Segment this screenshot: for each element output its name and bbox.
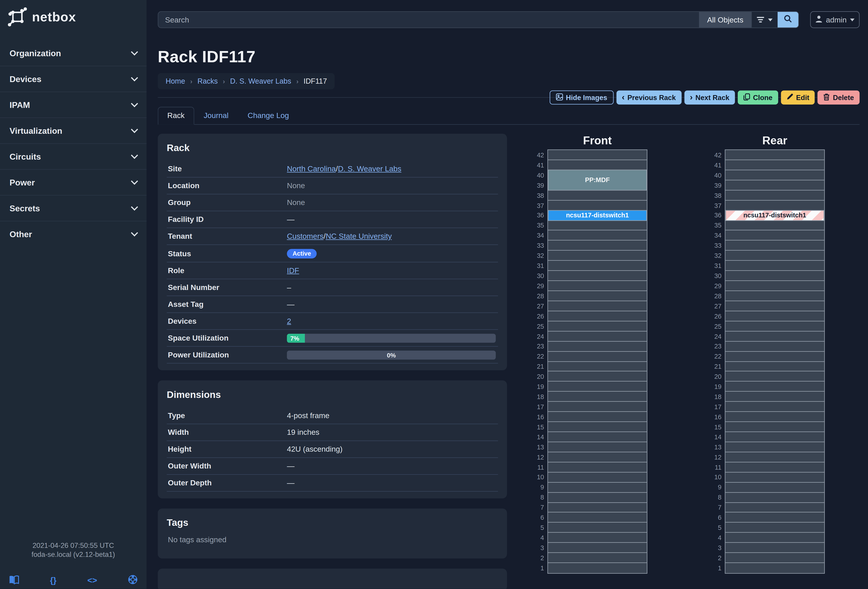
rack-unit-slot[interactable] [548,190,647,201]
rack-unit-slot[interactable] [548,321,647,331]
rack-unit-slot[interactable] [548,331,647,342]
rack-unit-slot[interactable] [548,452,647,462]
rack-device-ncsu117-distswitch1[interactable]: ncsu117-distswitch1 [548,210,647,221]
rack-unit-slot[interactable] [548,231,647,241]
rack-unit-slot[interactable] [725,301,824,311]
rack-unit-slot[interactable] [548,563,647,573]
rack-unit-slot[interactable] [725,462,824,472]
rack-unit-slot[interactable] [548,371,647,382]
rack-unit-slot[interactable] [548,361,647,371]
sidebar-item-power[interactable]: Power [0,169,146,195]
rack-unit-slot[interactable] [725,200,824,210]
rack-unit-slot[interactable] [725,291,824,301]
sidebar-item-other[interactable]: Other [0,221,146,247]
rack-unit-slot[interactable] [548,221,647,231]
rack-unit-slot[interactable] [548,412,647,422]
rack-unit-slot[interactable] [725,231,824,241]
rack-unit-slot[interactable] [725,190,824,201]
rack-unit-slot[interactable] [725,472,824,482]
code-icon[interactable]: <> [87,576,97,585]
brand[interactable]: netbox [0,0,146,32]
search-submit-button[interactable] [778,12,799,27]
rack-unit-slot[interactable] [725,503,824,513]
rack-unit-slot[interactable] [548,392,647,402]
sidebar-item-organization[interactable]: Organization [0,40,146,66]
search-scope-select[interactable]: All Objects [699,12,751,27]
sidebar-item-secrets[interactable]: Secrets [0,195,146,221]
rack-unit-slot[interactable] [725,342,824,352]
rack-unit-slot[interactable] [725,361,824,371]
rack-unit-slot[interactable] [725,402,824,412]
rack-unit-slot[interactable] [548,442,647,452]
rack-unit-slot[interactable] [725,180,824,190]
rack-unit-slot[interactable] [725,493,824,503]
value-link[interactable]: North Carolina [287,164,336,173]
rack-unit-slot[interactable] [725,382,824,392]
rack-unit-slot[interactable] [548,291,647,301]
rack-unit-slot[interactable] [725,160,824,170]
rack-unit-slot[interactable] [548,543,647,553]
rack-device-ncsu117-distswitch1[interactable]: ncsu117-distswitch1 [725,210,824,221]
rack-unit-slot[interactable] [548,462,647,472]
tab-journal[interactable]: Journal [194,107,238,124]
rack-unit-slot[interactable] [548,432,647,442]
rack-unit-slot[interactable] [725,371,824,382]
rack-unit-slot[interactable] [725,533,824,543]
braces-icon[interactable]: {} [50,576,56,585]
rack-unit-slot[interactable] [548,150,647,160]
help-lifebuoy-icon[interactable] [128,575,137,586]
rack-unit-slot[interactable] [725,543,824,553]
rack-unit-slot[interactable] [725,513,824,523]
rack-unit-slot[interactable] [725,553,824,563]
rack-unit-slot[interactable] [548,251,647,261]
rack-unit-slot[interactable] [548,422,647,432]
rack-unit-slot[interactable] [548,281,647,291]
rack-unit-slot[interactable] [725,432,824,442]
rack-unit-slot[interactable] [725,482,824,493]
rack-unit-slot[interactable] [725,331,824,342]
rack-unit-slot[interactable] [725,563,824,573]
rack-unit-slot[interactable] [725,271,824,281]
sidebar-item-circuits[interactable]: Circuits [0,143,146,169]
rack-unit-slot[interactable] [725,221,824,231]
breadcrumb-item[interactable]: Racks [198,77,218,85]
next-rack-button[interactable]: › Next Rack [684,90,735,104]
rack-unit-slot[interactable] [725,412,824,422]
clone-button[interactable]: Clone [738,90,778,104]
value-link[interactable]: IDF [287,266,299,275]
sidebar-item-ipam[interactable]: IPAM [0,92,146,117]
rack-unit-slot[interactable] [548,382,647,392]
rack-unit-slot[interactable] [725,452,824,462]
edit-button[interactable]: Edit [781,90,815,104]
value-link[interactable]: NC State University [326,232,392,240]
breadcrumb-item[interactable]: D. S. Weaver Labs [230,77,291,85]
rack-unit-slot[interactable] [725,422,824,432]
rack-unit-slot[interactable] [548,482,647,493]
rack-unit-slot[interactable] [725,442,824,452]
value-link[interactable]: Customers [287,232,323,240]
rack-unit-slot[interactable] [725,281,824,291]
sidebar-item-devices[interactable]: Devices [0,66,146,92]
rack-unit-slot[interactable] [725,261,824,271]
rack-unit-slot[interactable] [725,311,824,321]
breadcrumb-item[interactable]: Home [165,77,185,85]
rack-unit-slot[interactable] [725,150,824,160]
tab-change-log[interactable]: Change Log [238,107,298,124]
rack-unit-slot[interactable] [548,493,647,503]
rack-unit-slot[interactable] [548,342,647,352]
rack-unit-slot[interactable] [548,311,647,321]
rack-unit-slot[interactable] [725,321,824,331]
value-link[interactable]: D. S. Weaver Labs [338,164,402,173]
rack-unit-slot[interactable] [548,513,647,523]
rack-unit-slot[interactable] [725,241,824,251]
rack-unit-slot[interactable] [725,352,824,362]
rack-unit-slot[interactable] [548,472,647,482]
search-filter-button[interactable] [751,12,778,27]
rack-unit-slot[interactable] [548,402,647,412]
rack-unit-slot[interactable] [548,261,647,271]
rack-unit-slot[interactable] [725,170,824,180]
delete-button[interactable]: Delete [818,90,859,104]
rack-unit-slot[interactable] [548,271,647,281]
rack-unit-slot[interactable] [548,523,647,533]
rack-unit-slot[interactable] [548,533,647,543]
